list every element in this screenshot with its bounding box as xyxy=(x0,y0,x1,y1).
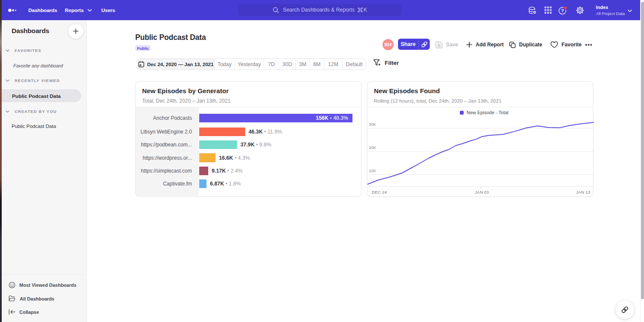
svg-text:?: ? xyxy=(561,8,564,13)
